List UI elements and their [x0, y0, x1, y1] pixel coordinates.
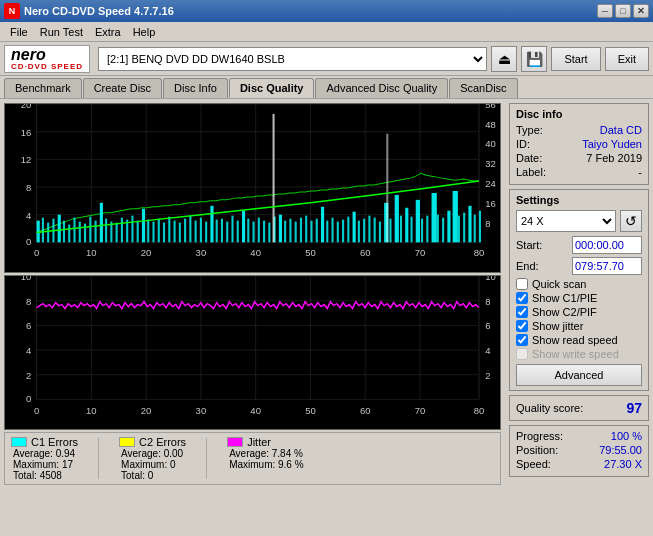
progress-panel: Progress: 100 % Position: 79:55.00 Speed…	[509, 425, 649, 477]
svg-text:10: 10	[86, 406, 97, 416]
svg-rect-42	[58, 215, 61, 243]
window-title: Nero CD-DVD Speed 4.7.7.16	[24, 5, 174, 17]
svg-rect-65	[179, 223, 181, 243]
show-jitter-label: Show jitter	[532, 320, 583, 332]
svg-rect-72	[216, 220, 218, 243]
svg-rect-124	[386, 134, 388, 243]
svg-text:10: 10	[485, 276, 496, 282]
end-time-input[interactable]	[572, 257, 642, 275]
svg-rect-74	[226, 222, 228, 243]
svg-rect-106	[395, 195, 399, 242]
tab-disc-quality[interactable]: Disc Quality	[229, 78, 315, 98]
menu-file[interactable]: File	[4, 24, 34, 40]
svg-rect-82	[268, 223, 270, 243]
jitter-label: Jitter	[247, 436, 271, 448]
menu-extra[interactable]: Extra	[89, 24, 127, 40]
svg-rect-76	[237, 221, 239, 243]
logo-text: nero	[11, 47, 83, 63]
jitter-legend: Jitter Average: 7.84 % Maximum: 9.6 %	[227, 436, 303, 481]
svg-rect-62	[163, 223, 165, 243]
jitter-avg-value: 7.84 %	[272, 448, 303, 459]
title-bar-controls[interactable]: ─ □ ✕	[597, 4, 649, 18]
svg-rect-90	[310, 221, 312, 243]
svg-text:0: 0	[26, 238, 31, 248]
menu-run-test[interactable]: Run Test	[34, 24, 89, 40]
svg-text:4: 4	[26, 211, 31, 221]
start-time-label: Start:	[516, 239, 542, 251]
show-c1pie-checkbox[interactable]	[516, 292, 528, 304]
c1-avg-label: Average:	[13, 448, 53, 459]
c2-max-label: Maximum:	[121, 459, 167, 470]
svg-rect-84	[279, 215, 282, 243]
svg-rect-100	[363, 219, 365, 243]
tab-scan-disc[interactable]: ScanDisc	[449, 78, 517, 98]
close-button[interactable]: ✕	[633, 4, 649, 18]
c1-legend: C1 Errors Average: 0.94 Maximum: 17 Tota…	[11, 436, 78, 481]
menu-help[interactable]: Help	[127, 24, 162, 40]
svg-rect-101	[368, 216, 370, 243]
eject-icon-btn[interactable]: ⏏	[491, 46, 517, 72]
svg-rect-43	[63, 221, 65, 243]
c2-avg-value: 0.00	[164, 448, 183, 459]
svg-rect-79	[253, 222, 255, 243]
advanced-button[interactable]: Advanced	[516, 364, 642, 386]
show-jitter-checkbox[interactable]	[516, 320, 528, 332]
svg-rect-99	[358, 221, 360, 243]
legend: C1 Errors Average: 0.94 Maximum: 17 Tota…	[4, 432, 501, 485]
quality-panel: Quality score: 97	[509, 395, 649, 421]
show-read-speed-label: Show read speed	[532, 334, 618, 346]
speed-row: 24 X ↺	[516, 210, 642, 232]
c2-max-value: 0	[170, 459, 176, 470]
maximize-button[interactable]: □	[615, 4, 631, 18]
tab-disc-info[interactable]: Disc Info	[163, 78, 228, 98]
svg-text:8: 8	[485, 219, 490, 229]
save-icon-btn[interactable]: 💾	[521, 46, 547, 72]
jitter-max-label: Maximum:	[229, 459, 275, 470]
quick-scan-checkbox[interactable]	[516, 278, 528, 290]
speed-select[interactable]: 24 X	[516, 210, 616, 232]
svg-text:20: 20	[141, 406, 152, 416]
exit-button[interactable]: Exit	[605, 47, 649, 71]
svg-rect-40	[47, 223, 49, 243]
svg-rect-73	[221, 219, 223, 243]
type-label: Type:	[516, 124, 543, 136]
show-jitter-row: Show jitter	[516, 320, 642, 332]
start-button[interactable]: Start	[551, 47, 600, 71]
legend-divider-2	[206, 438, 207, 479]
tab-benchmark[interactable]: Benchmark	[4, 78, 82, 98]
c1-c2-chart: 20 16 12 8 4 0 56 48 40 32 24 16 8 0 10 …	[4, 103, 501, 273]
svg-text:2: 2	[485, 371, 490, 381]
tab-create-disc[interactable]: Create Disc	[83, 78, 162, 98]
show-read-speed-checkbox[interactable]	[516, 334, 528, 346]
label-value: -	[638, 166, 642, 178]
svg-text:0: 0	[26, 395, 31, 405]
refresh-icon-btn[interactable]: ↺	[620, 210, 642, 232]
start-time-input[interactable]	[572, 236, 642, 254]
svg-text:10: 10	[21, 276, 32, 282]
tab-advanced-disc-quality[interactable]: Advanced Disc Quality	[315, 78, 448, 98]
svg-text:80: 80	[474, 248, 485, 258]
settings-title: Settings	[516, 194, 642, 206]
jitter-max-value: 9.6 %	[278, 459, 304, 470]
show-c2pif-checkbox[interactable]	[516, 306, 528, 318]
svg-rect-121	[474, 215, 476, 243]
svg-rect-102	[374, 218, 376, 243]
show-c2pif-row: Show C2/PIF	[516, 306, 642, 318]
progress-row: Progress: 100 %	[516, 430, 642, 442]
nero-logo: nero CD·DVD SPEED	[4, 45, 90, 73]
svg-rect-114	[437, 215, 439, 243]
drive-select[interactable]: [2:1] BENQ DVD DD DW1640 BSLB	[98, 47, 487, 71]
svg-rect-64	[174, 221, 176, 243]
c2-color	[119, 437, 135, 447]
svg-rect-94	[331, 218, 333, 243]
c1-label: C1 Errors	[31, 436, 78, 448]
minimize-button[interactable]: ─	[597, 4, 613, 18]
svg-text:32: 32	[485, 160, 496, 170]
speed-value: 27.30 X	[604, 458, 642, 470]
type-value: Data CD	[600, 124, 642, 136]
svg-rect-95	[337, 222, 339, 243]
position-row: Position: 79:55.00	[516, 444, 642, 456]
svg-text:24: 24	[485, 179, 496, 189]
disc-info-title: Disc info	[516, 108, 642, 120]
svg-rect-88	[300, 218, 302, 243]
